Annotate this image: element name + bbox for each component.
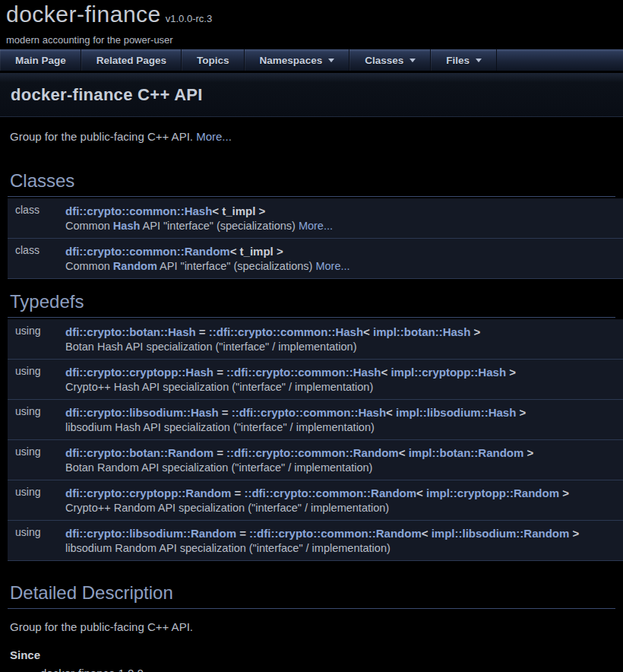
tab-label: Topics: [197, 55, 229, 66]
tab-classes[interactable]: Classes: [349, 49, 431, 71]
angle-open: <: [416, 487, 426, 499]
member-kind-spacer: [8, 258, 65, 279]
impl-link[interactable]: impl::cryptopp::Hash: [391, 366, 506, 379]
typedef-link[interactable]: dfi::crypto::cryptopp::Random: [65, 487, 231, 499]
table-row: Crypto++ Hash API specialization ("inter…: [8, 379, 623, 400]
angle-close: >: [523, 446, 533, 459]
typedef-link[interactable]: dfi::crypto::libsodium::Hash: [65, 406, 219, 419]
member-description: Common Random API "interface" (specializ…: [65, 258, 623, 279]
class-link[interactable]: dfi::crypto::common::Hash: [65, 204, 212, 217]
class-link[interactable]: Hash: [113, 220, 140, 232]
member-kind: using: [8, 400, 65, 420]
classes-table: class dfi::crypto::common::Hash< t_impl …: [8, 198, 623, 279]
equals-sign: =: [231, 487, 244, 499]
tab-label: Related Pages: [96, 55, 166, 66]
impl-link[interactable]: impl::botan::Hash: [373, 325, 470, 338]
table-row: using dfi::crypto::cryptopp::Hash = ::df…: [8, 360, 623, 380]
member-declaration: dfi::crypto::cryptopp::Random = ::dfi::c…: [65, 480, 623, 501]
table-row: using dfi::crypto::libsodium::Random = :…: [8, 521, 623, 541]
table-row: Crypto++ Random API specialization ("int…: [8, 500, 623, 521]
tab-namespaces[interactable]: Namespaces: [245, 49, 350, 71]
impl-link[interactable]: impl::libsodium::Random: [432, 527, 570, 540]
target-link[interactable]: ::dfi::crypto::common::Hash: [226, 366, 381, 379]
member-kind: using: [8, 480, 65, 501]
class-link[interactable]: dfi::crypto::common::Random: [65, 245, 230, 258]
angle-open: <: [381, 366, 391, 379]
page-header: docker-finance C++ API: [0, 73, 623, 117]
table-row: using dfi::crypto::libsodium::Hash = ::d…: [8, 400, 623, 420]
tab-related-pages-link[interactable]: Related Pages: [82, 49, 181, 71]
tab-files[interactable]: Files: [431, 49, 497, 71]
member-declaration: dfi::crypto::common::Hash< t_impl >: [65, 198, 623, 218]
tab-main-page-link[interactable]: Main Page: [1, 49, 81, 71]
chevron-down-icon: [476, 59, 482, 62]
tab-namespaces-link[interactable]: Namespaces: [245, 49, 349, 71]
angle-close: >: [559, 487, 569, 499]
member-declaration: dfi::crypto::libsodium::Random = ::dfi::…: [65, 521, 623, 541]
more-link[interactable]: More...: [315, 260, 349, 272]
equals-sign: =: [219, 406, 232, 419]
detailed-description-heading: Detailed Description: [8, 582, 615, 609]
angle-open: <: [386, 406, 396, 419]
tab-topics-link[interactable]: Topics: [182, 49, 244, 71]
tab-related-pages[interactable]: Related Pages: [81, 49, 182, 71]
member-kind-spacer: [8, 339, 65, 360]
impl-link[interactable]: impl::libsodium::Hash: [396, 406, 516, 419]
target-link[interactable]: ::dfi::crypto::common::Hash: [232, 406, 386, 419]
member-declaration: dfi::crypto::botan::Hash = ::dfi::crypto…: [65, 319, 623, 339]
target-link[interactable]: ::dfi::crypto::common::Random: [244, 487, 416, 499]
member-kind: class: [8, 198, 65, 218]
member-description: libsodium Hash API specialization ("inte…: [65, 420, 623, 440]
table-row: Botan Hash API specialization ("interfac…: [8, 339, 623, 360]
more-link[interactable]: More...: [196, 130, 232, 143]
typedef-link[interactable]: dfi::crypto::botan::Hash: [65, 325, 196, 338]
member-kind-spacer: [8, 460, 65, 480]
typedef-link[interactable]: dfi::crypto::botan::Random: [65, 446, 213, 459]
angle-open: <: [363, 325, 373, 338]
target-link[interactable]: ::dfi::crypto::common::Hash: [209, 325, 363, 338]
tab-classes-link[interactable]: Classes: [350, 49, 430, 71]
target-link[interactable]: ::dfi::crypto::common::Random: [226, 446, 399, 459]
typedef-link[interactable]: dfi::crypto::cryptopp::Hash: [65, 366, 213, 379]
angle-close: >: [516, 406, 526, 419]
typedefs-table: using dfi::crypto::botan::Hash = ::dfi::…: [8, 319, 623, 561]
typedefs-heading: Typedefs: [8, 291, 615, 318]
detailed-description-text: Group for the public-facing C++ API.: [10, 621, 623, 633]
template-args: < t_impl >: [230, 245, 283, 258]
target-link[interactable]: ::dfi::crypto::common::Random: [249, 527, 422, 540]
tab-main-page[interactable]: Main Page: [0, 49, 81, 71]
member-declaration: dfi::crypto::libsodium::Hash = ::dfi::cr…: [65, 400, 623, 420]
desc-text: Common: [65, 260, 113, 272]
member-kind: using: [8, 521, 65, 541]
equals-sign: =: [236, 527, 249, 540]
tab-label: Files: [446, 55, 470, 66]
project-name: docker-financev1.0.0-rc.3: [6, 2, 623, 32]
desc-text: API "interface" (specializations): [140, 220, 299, 232]
member-kind-spacer: [8, 500, 65, 521]
member-declaration: dfi::crypto::common::Random< t_impl >: [65, 239, 623, 259]
more-link[interactable]: More...: [299, 220, 333, 232]
navbar-tablist: Main Page Related Pages Topics Namespace…: [0, 49, 623, 71]
angle-open: <: [422, 527, 432, 540]
tab-topics[interactable]: Topics: [182, 49, 245, 71]
impl-link[interactable]: impl::cryptopp::Random: [426, 487, 559, 499]
equals-sign: =: [213, 446, 226, 459]
table-row: using dfi::crypto::botan::Hash = ::dfi::…: [8, 319, 623, 339]
member-description: Common Hash API "interface" (specializat…: [65, 218, 623, 239]
angle-close: >: [470, 325, 480, 338]
classes-heading: Classes: [8, 170, 615, 197]
member-kind-spacer: [8, 420, 65, 440]
page-title: docker-finance C++ API: [11, 85, 203, 105]
since-value: docker-finance 1.0.0: [40, 667, 623, 672]
typedef-link[interactable]: dfi::crypto::libsodium::Random: [65, 527, 236, 540]
member-kind: using: [8, 360, 65, 380]
member-declaration: dfi::crypto::botan::Random = ::dfi::cryp…: [65, 440, 623, 461]
impl-link[interactable]: impl::botan::Random: [409, 446, 524, 459]
tab-files-link[interactable]: Files: [432, 49, 496, 71]
desc-text: Common: [65, 220, 113, 232]
intro-text: Group for the public-facing C++ API.: [10, 130, 196, 143]
since-label: Since: [10, 648, 623, 661]
title-area: docker-financev1.0.0-rc.3 modern account…: [0, 0, 623, 46]
class-link[interactable]: Random: [113, 260, 157, 272]
member-kind: using: [8, 319, 65, 339]
